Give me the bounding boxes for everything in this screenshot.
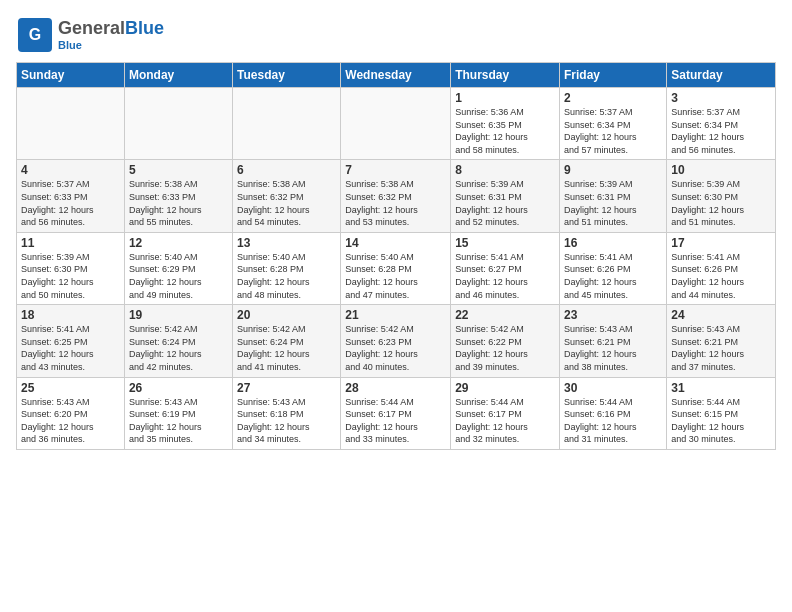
day-number: 13 [237,236,336,250]
day-number: 22 [455,308,555,322]
calendar-day-22: 22Sunrise: 5:42 AMSunset: 6:22 PMDayligh… [451,305,560,377]
day-info: Sunrise: 5:43 AMSunset: 6:21 PMDaylight:… [671,323,771,373]
weekday-header-saturday: Saturday [667,63,776,88]
day-info: Sunrise: 5:39 AMSunset: 6:31 PMDaylight:… [564,178,662,228]
day-info: Sunrise: 5:38 AMSunset: 6:32 PMDaylight:… [237,178,336,228]
calendar-day-27: 27Sunrise: 5:43 AMSunset: 6:18 PMDayligh… [233,377,341,449]
calendar-week-row: 4Sunrise: 5:37 AMSunset: 6:33 PMDaylight… [17,160,776,232]
logo: G GeneralBlue Blue [16,16,164,54]
calendar-empty-cell [341,88,451,160]
day-number: 6 [237,163,336,177]
calendar-day-14: 14Sunrise: 5:40 AMSunset: 6:28 PMDayligh… [341,232,451,304]
day-number: 1 [455,91,555,105]
day-number: 16 [564,236,662,250]
day-info: Sunrise: 5:41 AMSunset: 6:25 PMDaylight:… [21,323,120,373]
calendar-empty-cell [233,88,341,160]
calendar-day-31: 31Sunrise: 5:44 AMSunset: 6:15 PMDayligh… [667,377,776,449]
calendar-week-row: 11Sunrise: 5:39 AMSunset: 6:30 PMDayligh… [17,232,776,304]
calendar-day-4: 4Sunrise: 5:37 AMSunset: 6:33 PMDaylight… [17,160,125,232]
day-number: 3 [671,91,771,105]
calendar-day-2: 2Sunrise: 5:37 AMSunset: 6:34 PMDaylight… [560,88,667,160]
day-info: Sunrise: 5:38 AMSunset: 6:32 PMDaylight:… [345,178,446,228]
day-number: 10 [671,163,771,177]
day-number: 18 [21,308,120,322]
day-info: Sunrise: 5:42 AMSunset: 6:24 PMDaylight:… [129,323,228,373]
weekday-header-friday: Friday [560,63,667,88]
day-number: 21 [345,308,446,322]
calendar-day-17: 17Sunrise: 5:41 AMSunset: 6:26 PMDayligh… [667,232,776,304]
day-number: 2 [564,91,662,105]
day-info: Sunrise: 5:37 AMSunset: 6:33 PMDaylight:… [21,178,120,228]
weekday-header-monday: Monday [124,63,232,88]
day-number: 12 [129,236,228,250]
logo-tagline: Blue [58,39,164,51]
calendar-day-24: 24Sunrise: 5:43 AMSunset: 6:21 PMDayligh… [667,305,776,377]
day-number: 30 [564,381,662,395]
day-info: Sunrise: 5:40 AMSunset: 6:29 PMDaylight:… [129,251,228,301]
day-number: 9 [564,163,662,177]
calendar-empty-cell [17,88,125,160]
day-info: Sunrise: 5:41 AMSunset: 6:26 PMDaylight:… [564,251,662,301]
day-number: 27 [237,381,336,395]
day-info: Sunrise: 5:40 AMSunset: 6:28 PMDaylight:… [237,251,336,301]
weekday-header-wednesday: Wednesday [341,63,451,88]
day-info: Sunrise: 5:39 AMSunset: 6:30 PMDaylight:… [21,251,120,301]
calendar-day-13: 13Sunrise: 5:40 AMSunset: 6:28 PMDayligh… [233,232,341,304]
day-number: 4 [21,163,120,177]
calendar-week-row: 25Sunrise: 5:43 AMSunset: 6:20 PMDayligh… [17,377,776,449]
calendar-day-25: 25Sunrise: 5:43 AMSunset: 6:20 PMDayligh… [17,377,125,449]
calendar-empty-cell [124,88,232,160]
calendar-day-26: 26Sunrise: 5:43 AMSunset: 6:19 PMDayligh… [124,377,232,449]
svg-text:G: G [29,26,41,43]
calendar-day-21: 21Sunrise: 5:42 AMSunset: 6:23 PMDayligh… [341,305,451,377]
calendar-day-12: 12Sunrise: 5:40 AMSunset: 6:29 PMDayligh… [124,232,232,304]
calendar-day-6: 6Sunrise: 5:38 AMSunset: 6:32 PMDaylight… [233,160,341,232]
calendar-table: SundayMondayTuesdayWednesdayThursdayFrid… [16,62,776,450]
day-info: Sunrise: 5:44 AMSunset: 6:17 PMDaylight:… [345,396,446,446]
day-number: 26 [129,381,228,395]
day-number: 23 [564,308,662,322]
calendar-day-18: 18Sunrise: 5:41 AMSunset: 6:25 PMDayligh… [17,305,125,377]
weekday-header-sunday: Sunday [17,63,125,88]
logo-icon: G [16,16,54,54]
calendar-day-8: 8Sunrise: 5:39 AMSunset: 6:31 PMDaylight… [451,160,560,232]
calendar-day-10: 10Sunrise: 5:39 AMSunset: 6:30 PMDayligh… [667,160,776,232]
day-info: Sunrise: 5:43 AMSunset: 6:21 PMDaylight:… [564,323,662,373]
calendar-day-20: 20Sunrise: 5:42 AMSunset: 6:24 PMDayligh… [233,305,341,377]
day-info: Sunrise: 5:43 AMSunset: 6:20 PMDaylight:… [21,396,120,446]
day-info: Sunrise: 5:44 AMSunset: 6:16 PMDaylight:… [564,396,662,446]
calendar-day-16: 16Sunrise: 5:41 AMSunset: 6:26 PMDayligh… [560,232,667,304]
day-number: 7 [345,163,446,177]
day-number: 25 [21,381,120,395]
calendar-day-19: 19Sunrise: 5:42 AMSunset: 6:24 PMDayligh… [124,305,232,377]
day-info: Sunrise: 5:43 AMSunset: 6:18 PMDaylight:… [237,396,336,446]
day-info: Sunrise: 5:42 AMSunset: 6:24 PMDaylight:… [237,323,336,373]
calendar-day-29: 29Sunrise: 5:44 AMSunset: 6:17 PMDayligh… [451,377,560,449]
day-number: 31 [671,381,771,395]
day-info: Sunrise: 5:38 AMSunset: 6:33 PMDaylight:… [129,178,228,228]
calendar-day-3: 3Sunrise: 5:37 AMSunset: 6:34 PMDaylight… [667,88,776,160]
day-info: Sunrise: 5:44 AMSunset: 6:15 PMDaylight:… [671,396,771,446]
day-info: Sunrise: 5:42 AMSunset: 6:22 PMDaylight:… [455,323,555,373]
page-header: G GeneralBlue Blue [16,16,776,54]
day-number: 24 [671,308,771,322]
day-number: 14 [345,236,446,250]
day-number: 28 [345,381,446,395]
calendar-header-row: SundayMondayTuesdayWednesdayThursdayFrid… [17,63,776,88]
day-number: 17 [671,236,771,250]
day-number: 5 [129,163,228,177]
calendar-day-7: 7Sunrise: 5:38 AMSunset: 6:32 PMDaylight… [341,160,451,232]
day-info: Sunrise: 5:37 AMSunset: 6:34 PMDaylight:… [671,106,771,156]
day-number: 19 [129,308,228,322]
calendar-day-28: 28Sunrise: 5:44 AMSunset: 6:17 PMDayligh… [341,377,451,449]
day-info: Sunrise: 5:37 AMSunset: 6:34 PMDaylight:… [564,106,662,156]
weekday-header-tuesday: Tuesday [233,63,341,88]
day-number: 20 [237,308,336,322]
calendar-week-row: 18Sunrise: 5:41 AMSunset: 6:25 PMDayligh… [17,305,776,377]
calendar-day-15: 15Sunrise: 5:41 AMSunset: 6:27 PMDayligh… [451,232,560,304]
day-info: Sunrise: 5:41 AMSunset: 6:26 PMDaylight:… [671,251,771,301]
weekday-header-thursday: Thursday [451,63,560,88]
day-info: Sunrise: 5:42 AMSunset: 6:23 PMDaylight:… [345,323,446,373]
calendar-day-1: 1Sunrise: 5:36 AMSunset: 6:35 PMDaylight… [451,88,560,160]
calendar-week-row: 1Sunrise: 5:36 AMSunset: 6:35 PMDaylight… [17,88,776,160]
